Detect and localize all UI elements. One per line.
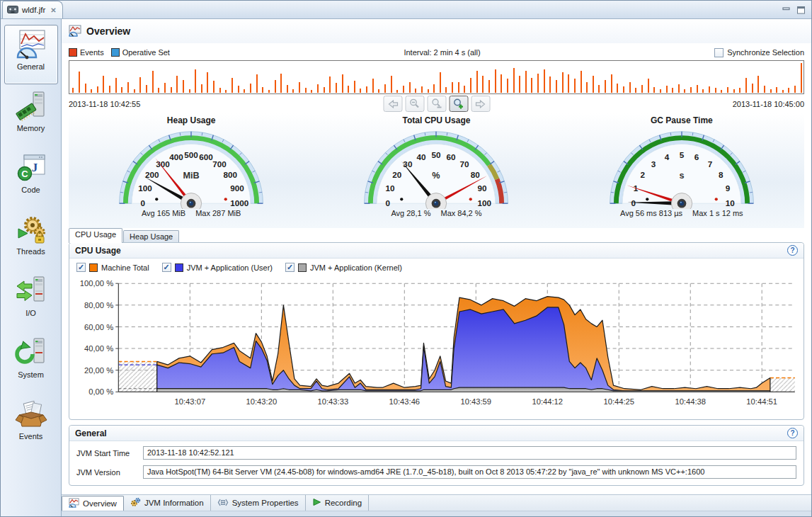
jvm-start-time-label: JVM Start Time	[76, 449, 137, 458]
svg-text:900: 900	[230, 183, 244, 193]
range-end-time: 2013-11-18 10:45:00	[733, 100, 804, 108]
help-icon[interactable]: ?	[787, 245, 798, 256]
legend-events: Events	[69, 48, 104, 57]
svg-text:%: %	[433, 171, 440, 181]
maximize-icon[interactable]	[796, 6, 806, 14]
svg-text:10:43:59: 10:43:59	[460, 397, 491, 406]
cpu-usage-chart[interactable]: 0,00 %20,00 %40,00 %60,00 %80,00 %100,00…	[69, 276, 804, 419]
tab-jvm-information[interactable]: JVM Information	[124, 495, 211, 511]
svg-text:9: 9	[725, 183, 730, 193]
pan-right-button[interactable]	[471, 96, 490, 112]
svg-text:500: 500	[184, 150, 198, 159]
svg-text:6: 6	[694, 152, 699, 161]
checkbox-checked[interactable]: ✓	[76, 263, 86, 272]
checkbox-checked[interactable]: ✓	[285, 263, 295, 272]
io-arrows-icon	[15, 275, 47, 307]
view-header: Overview	[62, 19, 811, 43]
svg-text:10:44:12: 10:44:12	[532, 397, 563, 406]
sidebar-item-threads[interactable]: Threads	[4, 210, 58, 269]
play-icon	[312, 498, 321, 508]
toggle-jvm-kernel[interactable]: ✓ JVM + Application (Kernel)	[285, 263, 402, 272]
toggle-jvm-user[interactable]: ✓ JVM + Application (User)	[162, 263, 273, 272]
svg-text:300: 300	[156, 159, 170, 169]
sidebar-item-label: General	[17, 62, 45, 71]
jvm-start-time-value[interactable]: 2013-11-18 10:42:52.121	[143, 446, 796, 460]
sidebar-item-label: Code	[21, 186, 40, 194]
zoom-toolbar	[383, 96, 490, 112]
svg-text:90: 90	[478, 183, 488, 193]
editor-tabbar: wldf.jfr ✕	[1, 1, 811, 19]
properties-icon	[217, 498, 229, 509]
tab-recording[interactable]: Recording	[306, 495, 369, 511]
sidebar-item-memory[interactable]: Memory	[4, 86, 58, 146]
editor-tab-wldf-jfr[interactable]: wldf.jfr ✕	[2, 1, 63, 18]
sidebar-item-general[interactable]: General	[4, 25, 58, 84]
svg-text:0: 0	[141, 198, 146, 208]
svg-text:10: 10	[726, 198, 736, 208]
svg-text:10:44:51: 10:44:51	[746, 397, 777, 406]
zoom-out-button[interactable]	[405, 96, 424, 112]
svg-text:80,00 %: 80,00 %	[84, 301, 113, 309]
svg-text:MiB: MiB	[183, 171, 200, 181]
jvm-version-value[interactable]: Java HotSpot(TM) 64-Bit Server VM (24.45…	[143, 465, 796, 479]
svg-text:10:43:46: 10:43:46	[389, 397, 420, 406]
cpu-usage-panel: CPU Usage ? ✓ Machine Total ✓ JVM + Appl…	[69, 242, 804, 420]
svg-text:20,00 %: 20,00 %	[84, 366, 113, 375]
svg-text:s: s	[679, 171, 684, 181]
close-icon[interactable]: ✕	[50, 6, 56, 14]
sidebar-item-io[interactable]: I/O	[4, 271, 58, 331]
event-timeline-strip[interactable]	[69, 60, 804, 94]
tab-heap-usage[interactable]: Heap Usage	[123, 230, 179, 243]
bottom-strip	[62, 511, 811, 516]
pan-left-button[interactable]	[383, 96, 402, 112]
tab-cpu-usage[interactable]: CPU Usage	[69, 228, 122, 243]
general-panel-header: General ?	[69, 426, 804, 441]
svg-text:0,00 %: 0,00 %	[88, 387, 113, 396]
svg-text:0: 0	[631, 198, 636, 208]
sidebar-item-events[interactable]: Events	[4, 394, 58, 454]
general-gauge-chart-icon	[15, 28, 47, 61]
usage-subtabs: CPU Usage Heap Usage	[69, 228, 804, 243]
events-box-icon	[15, 398, 47, 431]
svg-text:800: 800	[224, 170, 238, 179]
svg-text:5: 5	[680, 150, 685, 159]
editor-tab-label: wldf.jfr	[22, 6, 45, 14]
tab-overview[interactable]: Overview	[62, 496, 124, 511]
jvm-version-label: JVM Version	[76, 468, 137, 477]
help-icon[interactable]: ?	[787, 428, 798, 438]
toggle-machine-total[interactable]: ✓ Machine Total	[76, 263, 149, 272]
svg-text:700: 700	[213, 159, 227, 169]
gauge-total-cpu-usage: Total CPU Usage 0102030405060708090100% …	[314, 113, 559, 228]
timeline-legend-row: Events Operative Set Interval: 2 min 4 s…	[69, 45, 804, 60]
threads-gears-icon	[15, 213, 47, 246]
interval-label: Interval: 2 min 4 s (all)	[177, 48, 707, 57]
svg-text:400: 400	[169, 152, 183, 161]
svg-text:C: C	[21, 169, 28, 179]
gauge-stats: Avg 56 ms 813 µs Max 1 s 12 ms	[620, 209, 743, 217]
svg-text:100,00 %: 100,00 %	[80, 279, 113, 288]
svg-text:200: 200	[145, 170, 159, 179]
synchronize-selection-checkbox[interactable]: Synchronize Selection	[714, 48, 804, 57]
svg-text:10:43:33: 10:43:33	[317, 397, 348, 406]
sidebar-item-code[interactable]: J C Code	[4, 148, 58, 208]
checkbox-checked[interactable]: ✓	[162, 263, 171, 272]
sidebar-item-label: Events	[19, 432, 43, 441]
jvm-user-color-swatch	[175, 263, 183, 272]
zoom-out-selection-button[interactable]	[427, 96, 446, 112]
sidebar-item-system[interactable]: System	[4, 333, 58, 392]
page-sidebar: General Memory	[1, 19, 62, 516]
range-start-time: 2013-11-18 10:42:55	[69, 100, 140, 108]
checkbox-unchecked[interactable]	[714, 48, 724, 57]
svg-text:20: 20	[393, 170, 403, 179]
svg-text:80: 80	[471, 170, 481, 179]
system-recycle-icon	[15, 336, 47, 369]
minimize-icon[interactable]	[782, 6, 791, 14]
flight-recording-icon	[7, 6, 18, 15]
svg-text:70: 70	[460, 159, 470, 169]
zoom-in-button[interactable]	[449, 96, 468, 112]
svg-text:10:44:38: 10:44:38	[675, 397, 706, 406]
svg-text:1000: 1000	[230, 198, 249, 208]
events-color-swatch	[69, 48, 77, 57]
memory-chip-icon	[15, 90, 47, 123]
tab-system-properties[interactable]: System Properties	[211, 495, 306, 511]
